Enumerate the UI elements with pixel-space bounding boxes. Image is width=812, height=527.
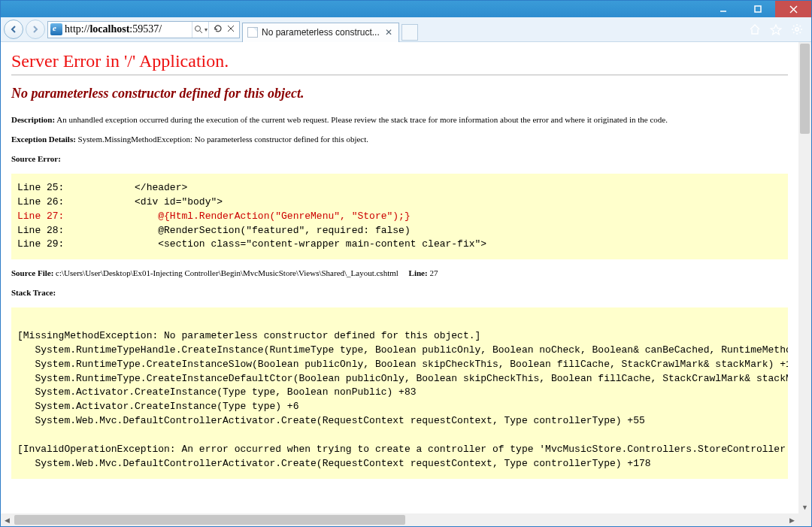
url-text: http://localhost:59537/ [65, 23, 192, 35]
description-text: An unhandled exception occurred during t… [56, 115, 668, 124]
error-subtitle: No parameterless constructor defined for… [11, 86, 788, 101]
line-label: Line: [409, 268, 428, 277]
stop-button[interactable] [227, 24, 235, 35]
minimize-button[interactable] [706, 1, 741, 17]
svg-rect-1 [755, 6, 761, 12]
right-controls [748, 17, 808, 41]
src-line-26: Line 26: <div id="body"> [17, 196, 223, 207]
back-button[interactable] [4, 20, 23, 39]
line-number: 27 [429, 268, 438, 277]
svg-point-8 [795, 28, 798, 31]
url-prefix: http:// [65, 23, 89, 35]
favorites-icon[interactable] [769, 23, 783, 36]
src-line-29: Line 29: <section class="content-wrapper… [17, 238, 486, 250]
scroll-down-arrow[interactable]: ▼ [798, 501, 811, 513]
address-bar[interactable]: http://localhost:59537/ ▾ [47, 21, 240, 38]
scroll-right-arrow[interactable]: ▶ [786, 513, 798, 526]
browser-chrome: http://localhost:59537/ ▾ No parameterle… [1, 1, 811, 42]
source-file-row: Source File: c:\Users\User\Desktop\Ex01-… [11, 268, 788, 277]
horizontal-scrollbar[interactable]: ◀ ▶ [1, 513, 798, 526]
refresh-button[interactable] [214, 24, 223, 35]
scroll-corner [798, 513, 811, 526]
svg-point-4 [195, 26, 200, 31]
stack-trace-label: Stack Trace: [11, 288, 788, 297]
url-host: localhost [89, 23, 129, 35]
hscroll-thumb[interactable] [14, 515, 405, 525]
stack-trace-box: [MissingMethodException: No parameterles… [11, 307, 788, 478]
title-separator [11, 74, 788, 75]
source-file-label: Source File: [11, 268, 53, 277]
ie-icon [50, 23, 62, 35]
source-error-label: Source Error: [11, 154, 788, 163]
description-label: Description: [11, 115, 55, 124]
src-line-25: Line 25: </header> [17, 182, 187, 193]
tab-title: No parameterless construct... [262, 27, 380, 38]
exception-label: Exception Details: [11, 135, 76, 144]
addr-tools [208, 22, 239, 38]
page-title: Server Error in '/' Application. [11, 51, 788, 71]
svg-line-5 [200, 31, 202, 33]
close-button[interactable] [775, 1, 811, 17]
toolbar: http://localhost:59537/ ▾ No parameterle… [1, 17, 811, 42]
scroll-left-arrow[interactable]: ◀ [1, 513, 14, 526]
vscroll-thumb[interactable] [800, 44, 810, 134]
vertical-scrollbar[interactable]: ▲ ▼ [798, 42, 811, 513]
home-icon[interactable] [748, 23, 762, 36]
src-line-28: Line 28: @RenderSection("featured", requ… [17, 225, 411, 236]
page-icon [247, 27, 258, 38]
src-line-27: Line 27: @{Html.RenderAction("GenreMenu"… [17, 210, 411, 222]
error-page: Server Error in '/' Application. No para… [1, 42, 798, 513]
exception-text: System.MissingMethodException: No parame… [78, 135, 368, 144]
tab-close-button[interactable]: ✕ [383, 27, 394, 38]
url-port: :59537/ [129, 23, 162, 35]
search-button[interactable]: ▾ [192, 22, 208, 38]
source-code-box: Line 25: </header> Line 26: <div id="bod… [11, 174, 788, 259]
browser-window: http://localhost:59537/ ▾ No parameterle… [0, 0, 812, 527]
description-row: Description: An unhandled exception occu… [11, 115, 788, 124]
source-file-path: c:\Users\User\Desktop\Ex01-Injecting Con… [56, 268, 398, 277]
viewport: Server Error in '/' Application. No para… [1, 42, 811, 526]
tab-active[interactable]: No parameterless construct... ✕ [242, 23, 399, 42]
settings-icon[interactable] [790, 23, 804, 36]
forward-button[interactable] [26, 20, 45, 39]
maximize-button[interactable] [741, 1, 775, 17]
window-titlebar [1, 1, 811, 17]
exception-row: Exception Details: System.MissingMethodE… [11, 135, 788, 144]
new-tab-button[interactable] [401, 24, 418, 41]
